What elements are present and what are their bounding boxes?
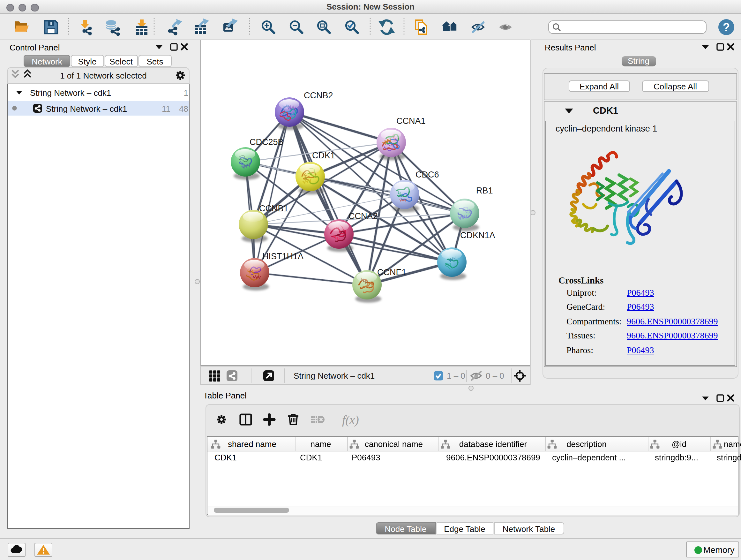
svg-text:CDK1: CDK1: [312, 150, 335, 160]
svg-text:CCNB2: CCNB2: [304, 90, 333, 100]
svg-text:CCNA1: CCNA1: [396, 116, 426, 125]
svg-text:CCNE1: CCNE1: [377, 267, 407, 277]
svg-text:?: ?: [723, 21, 730, 34]
svg-text:CDKN1A: CDKN1A: [460, 230, 495, 240]
svg-text:CDC6: CDC6: [415, 170, 439, 179]
svg-text:CCNB1: CCNB1: [259, 203, 288, 213]
svg-text:f(x): f(x): [342, 413, 359, 427]
svg-text:HIST1H1A: HIST1H1A: [262, 251, 304, 261]
svg-text:RB1: RB1: [476, 186, 493, 195]
svg-text:CDC25B: CDC25B: [250, 137, 284, 146]
svg-text:CCNA2: CCNA2: [348, 211, 378, 221]
